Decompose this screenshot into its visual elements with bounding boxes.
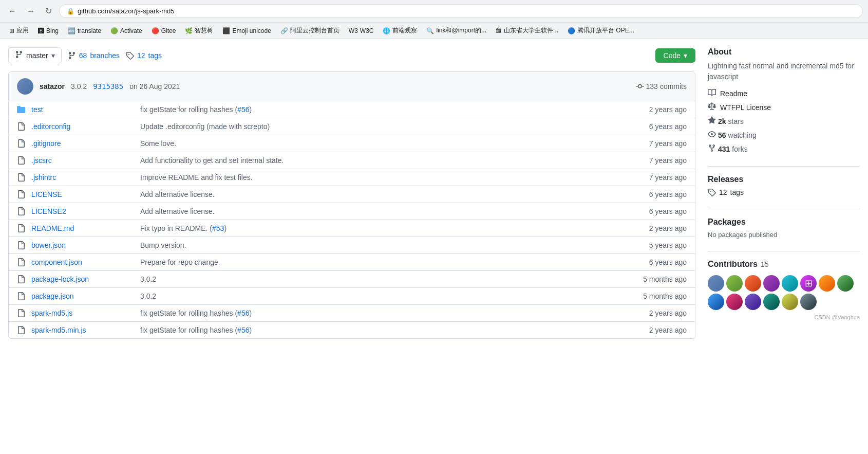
- bookmark-shandong[interactable]: 🏛 山东省大学生软件...: [492, 25, 562, 37]
- contributor-avatar[interactable]: [819, 275, 835, 292]
- contributor-avatar[interactable]: [837, 275, 854, 292]
- file-icon: [17, 258, 25, 266]
- bookmark-emoji[interactable]: ⬛ Emoji unicode: [218, 26, 275, 36]
- file-date: 7 years ago: [625, 173, 687, 181]
- file-name: spark-md5.js: [31, 309, 134, 317]
- tags-link[interactable]: 12 tags: [126, 51, 162, 60]
- contributor-avatar[interactable]: [782, 275, 798, 292]
- watching-count: 56: [718, 131, 726, 139]
- file-date: 5 months ago: [625, 275, 687, 283]
- stars-link[interactable]: 2k stars: [708, 116, 860, 126]
- contributor-avatar[interactable]: [782, 294, 798, 310]
- bookmark-aliyun[interactable]: 🔗 阿里云控制台首页: [276, 25, 344, 37]
- table-row[interactable]: spark-md5.min.jsfix getState for rolling…: [9, 322, 695, 338]
- divider-3: [708, 251, 860, 251]
- file-commit-message: Update .editorconfig (made with screpto): [140, 122, 619, 131]
- back-button[interactable]: ←: [5, 5, 20, 18]
- releases-tags-link[interactable]: 12 tags: [708, 188, 860, 196]
- fork-icon: [708, 144, 716, 154]
- bookmark-tencent[interactable]: 🔵 腾讯开放平台 OPE...: [563, 25, 638, 37]
- contributors-title: Contributors: [708, 260, 758, 269]
- table-row[interactable]: package.json3.0.25 months ago: [9, 288, 695, 305]
- table-row[interactable]: bower.jsonBump version.5 years ago: [9, 237, 695, 254]
- stars-count: 2k: [718, 117, 726, 125]
- contributor-avatar[interactable]: [745, 294, 761, 310]
- file-date: 6 years ago: [625, 258, 687, 266]
- file-table: satazor 3.0.2 9315385 on 26 Aug 2021 133…: [8, 71, 695, 339]
- contributor-avatar[interactable]: [763, 275, 780, 292]
- branches-link[interactable]: 68 branches: [68, 51, 120, 60]
- bookmark-activate[interactable]: 🟢 Activate: [106, 26, 146, 36]
- commit-hash[interactable]: 9315385: [93, 82, 123, 90]
- url-bar[interactable]: 🔒 github.com/satazor/js-spark-md5: [59, 4, 863, 18]
- table-row[interactable]: package-lock.json3.0.25 months ago: [9, 271, 695, 288]
- forks-count: 431: [718, 145, 730, 153]
- browser-toolbar: ← → ↻ 🔒 github.com/satazor/js-spark-md5: [0, 0, 868, 22]
- bookmark-zhihuishu[interactable]: 🌿 智慧树: [181, 25, 217, 37]
- commits-label: commits: [660, 82, 687, 90]
- table-row[interactable]: spark-md5.jsfix getState for rolling has…: [9, 305, 695, 322]
- lock-icon: 🔒: [67, 8, 74, 15]
- table-row[interactable]: LICENSEAdd alternative license.6 years a…: [9, 186, 695, 203]
- file-commit-message: fix getState for rolling hashes (#56): [140, 326, 619, 334]
- table-row[interactable]: .editorconfigUpdate .editorconfig (made …: [9, 118, 695, 135]
- contributor-avatar[interactable]: [745, 275, 761, 292]
- apps-icon: ⊞: [9, 27, 14, 34]
- license-label: WTFPL License: [720, 103, 771, 112]
- table-row[interactable]: component.jsonPrepare for repo change.6 …: [9, 254, 695, 271]
- forward-button[interactable]: →: [24, 5, 38, 18]
- file-icon: [17, 207, 25, 215]
- bookmark-apps[interactable]: ⊞ 应用: [5, 25, 33, 37]
- commit-author[interactable]: satazor: [40, 82, 65, 90]
- table-row[interactable]: LICENSE2Add alternative license.6 years …: [9, 203, 695, 220]
- file-name: bower.json: [31, 241, 134, 249]
- bookmark-w3c[interactable]: W3 W3C: [345, 26, 378, 36]
- bookmark-frontend[interactable]: 🌐 前端观察: [379, 25, 421, 37]
- table-row[interactable]: testfix getState for rolling hashes (#56…: [9, 101, 695, 118]
- table-row[interactable]: .gitignoreSome love.7 years ago: [9, 135, 695, 152]
- file-icon: [17, 241, 25, 249]
- contributor-avatar[interactable]: [726, 275, 743, 292]
- forks-link[interactable]: 431 forks: [708, 144, 860, 154]
- bookmark-gitee[interactable]: 🔴 Gitee: [147, 26, 180, 36]
- watching-link[interactable]: 56 watching: [708, 130, 860, 140]
- sidebar: About Lightning fast normal and incremen…: [708, 47, 860, 339]
- file-commit-message: Bump version.: [140, 241, 619, 249]
- divider-2: [708, 209, 860, 209]
- contributor-avatar[interactable]: [763, 294, 780, 310]
- releases-title: Releases: [708, 175, 860, 184]
- file-name: LICENSE2: [31, 207, 134, 215]
- shandong-icon: 🏛: [496, 27, 502, 34]
- contributor-avatar[interactable]: [726, 294, 743, 310]
- releases-tags-label: tags: [730, 188, 744, 196]
- file-commit-message: 3.0.2: [140, 292, 619, 300]
- file-name: .jshintrc: [31, 173, 134, 181]
- file-date: 7 years ago: [625, 139, 687, 148]
- file-icon: [17, 122, 25, 131]
- readme-link[interactable]: Readme: [708, 88, 860, 98]
- tencent-icon: 🔵: [568, 27, 575, 34]
- table-row[interactable]: README.mdFix typo in README. (#53)2 year…: [9, 220, 695, 237]
- bookmark-translate[interactable]: 🔤 translate: [64, 26, 105, 36]
- license-link[interactable]: WTFPL License: [708, 102, 860, 112]
- contributor-avatar[interactable]: [800, 294, 817, 310]
- contributor-avatar[interactable]: [708, 294, 724, 310]
- refresh-button[interactable]: ↻: [42, 4, 55, 18]
- table-row[interactable]: .jshintrcImprove README and fix test fil…: [9, 169, 695, 186]
- contributor-avatar[interactable]: ⊞: [800, 275, 817, 292]
- bookmark-link[interactable]: 🔍 link和@import的...: [422, 25, 490, 37]
- branches-count: 68: [79, 51, 87, 60]
- bookmark-bing[interactable]: 🅱 Bing: [34, 26, 63, 36]
- emoji-icon: ⬛: [222, 27, 230, 34]
- branch-selector[interactable]: master ▾: [8, 47, 62, 63]
- repo-bar: master ▾ 68 branches 12 tags Code ▾: [8, 47, 695, 63]
- contributor-avatar[interactable]: [708, 275, 724, 292]
- file-date: 2 years ago: [625, 326, 687, 334]
- law-icon: [708, 102, 716, 112]
- star-icon: [708, 116, 716, 126]
- code-button[interactable]: Code ▾: [655, 48, 695, 63]
- commit-count[interactable]: 133 commits: [636, 82, 687, 90]
- author-avatar[interactable]: [17, 78, 33, 95]
- file-icon: [17, 326, 25, 334]
- table-row[interactable]: .jscsrcAdd functionality to get and set …: [9, 152, 695, 169]
